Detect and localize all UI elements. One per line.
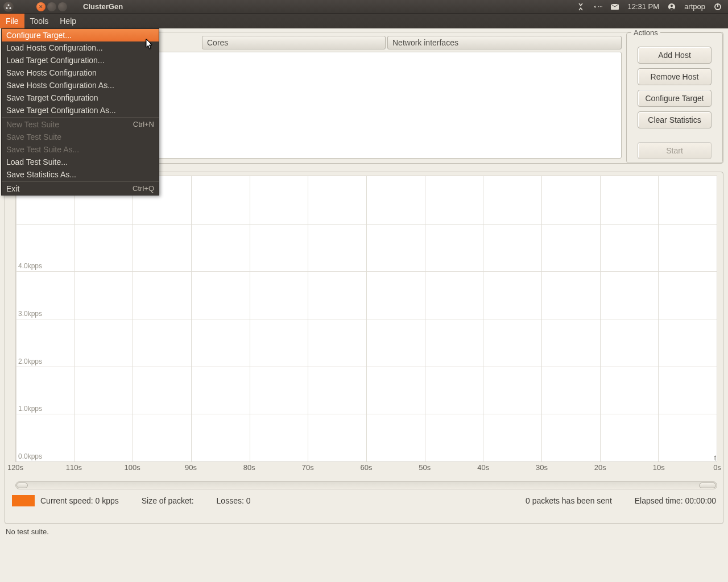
menu-item-load-test-suite[interactable]: Load Test Suite... [2,156,159,168]
x-tick-label: 90s [185,463,197,472]
scroll-handle-right[interactable] [699,483,716,488]
menu-separator [2,181,159,182]
user-icon[interactable] [667,2,676,11]
chart-status-row: Current speed: 0 kpps Size of packet: Lo… [5,489,723,512]
menu-item-save-test-suite-as: Save Test Suite As... [2,143,159,156]
menu-tools[interactable]: Tools [24,14,55,28]
menu-item-save-hosts-config-as[interactable]: Save Hosts Configuration As... [2,79,159,92]
svg-point-5 [671,5,673,7]
mail-icon[interactable] [610,2,619,11]
app-title: ClusterGen [83,2,123,11]
menu-item-save-target-config[interactable]: Save Target Configuration [2,92,159,104]
chart-plot-area: 0.0kpps1.0kpps2.0kpps3.0kpps4.0kpps [15,176,717,462]
menu-item-load-hosts-config[interactable]: Load Hosts Configuration... [2,41,159,54]
menu-file[interactable]: File [0,14,24,28]
scroll-handle-left[interactable] [16,483,28,488]
packets-sent-label: 0 packets has been sent [526,496,612,505]
svg-point-1 [6,7,8,9]
configure-target-button[interactable]: Configure Target [638,90,712,107]
file-menu-dropdown: Configure Target... Load Hosts Configura… [1,28,159,196]
column-header-network-interfaces[interactable]: Network interfaces [387,36,622,49]
x-axis-ticks: 120s110s100s90s80s70s60s50s40s30s20s10s0… [15,463,717,475]
y-tick-label: 2.0kpps [18,357,42,367]
menu-item-new-test-suite: New Test SuiteCtrl+N [2,118,159,131]
menu-item-save-statistics-as[interactable]: Save Statistics As... [2,168,159,181]
menu-help[interactable]: Help [54,14,82,28]
svg-point-2 [10,7,11,9]
start-button: Start [638,142,712,159]
window-maximize-icon[interactable] [58,2,67,11]
x-tick-label: 80s [243,463,255,472]
elapsed-time-label: Elapsed time: 00:00:00 [635,496,716,505]
y-tick-label: 0.0kpps [18,452,42,462]
actions-panel: Actions Add Host Remove Host Configure T… [626,32,723,163]
menu-item-configure-target[interactable]: Configure Target... [2,29,159,41]
menu-item-save-target-config-as[interactable]: Save Target Configuration As... [2,104,159,117]
menu-separator [2,117,159,118]
x-tick-label: 10s [653,463,665,472]
current-speed-label: Current speed: 0 kpps [40,496,119,505]
x-axis-label: t [714,454,716,462]
menu-item-load-target-config[interactable]: Load Target Configuration... [2,54,159,66]
x-tick-label: 70s [302,463,314,472]
menu-item-save-hosts-config[interactable]: Save Hosts Configuration [2,66,159,79]
actions-panel-title: Actions [631,28,660,37]
network-icon[interactable] [576,2,585,11]
losses-label: Losses: 0 [217,496,251,505]
x-tick-label: 60s [361,463,373,472]
x-tick-label: 30s [536,463,548,472]
remove-host-button[interactable]: Remove Host [638,68,712,85]
clear-statistics-button[interactable]: Clear Statistics [638,111,712,128]
x-tick-label: 50s [419,463,431,472]
legend-color-chip [12,495,35,506]
horizontal-scrollbar[interactable] [15,481,717,489]
menu-item-save-test-suite: Save Test Suite [2,131,159,143]
system-top-bar: ✕ ClusterGen ··· 12:31 PM artpop [0,0,728,14]
x-tick-label: 40s [477,463,489,472]
size-of-packet-label: Size of packet: [142,496,194,505]
column-header-cores[interactable]: Cores [202,36,386,49]
x-tick-label: 0s [713,463,721,472]
username[interactable]: artpop [684,2,705,11]
menu-item-exit[interactable]: ExitCtrl+Q [2,182,159,195]
x-tick-label: 100s [125,463,140,472]
x-tick-label: 110s [66,463,82,472]
ubuntu-dash-icon[interactable] [3,2,14,12]
menu-bar: File Tools Help [0,14,728,28]
add-host-button[interactable]: Add Host [638,47,712,64]
window-minimize-icon[interactable] [47,2,56,11]
x-tick-label: 20s [594,463,606,472]
footer-status: No test suite. [0,524,728,539]
x-tick-label: 120s [7,463,23,472]
window-controls: ✕ [36,2,67,11]
power-icon[interactable] [713,2,722,11]
y-tick-label: 3.0kpps [18,310,42,319]
clock[interactable]: 12:31 PM [627,2,659,11]
y-tick-label: 4.0kpps [18,262,42,271]
window-close-icon[interactable]: ✕ [36,2,46,11]
chart-frame: 0.0kpps1.0kpps2.0kpps3.0kpps4.0kpps t 12… [5,172,723,524]
volume-icon[interactable]: ··· [593,2,602,11]
y-tick-label: 1.0kpps [18,405,42,414]
svg-point-0 [8,4,10,6]
